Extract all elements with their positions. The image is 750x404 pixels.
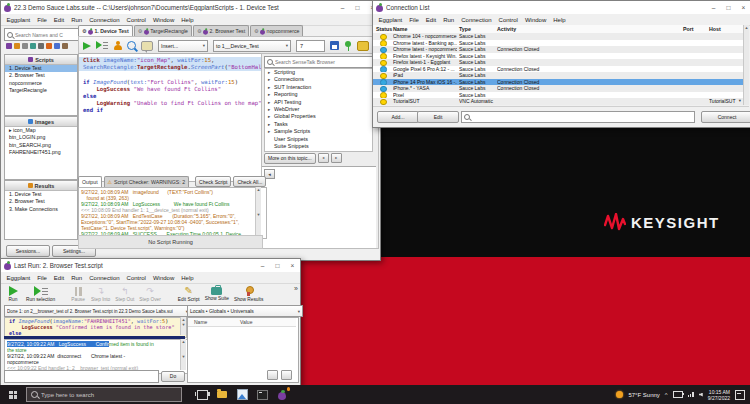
connection-scrollbar[interactable]: ▲ xyxy=(743,25,749,105)
output-log[interactable]: 9/27/22, 10:08:09 AM imagefound (TEXT:"F… xyxy=(78,187,267,239)
run-script-button[interactable] xyxy=(83,42,91,50)
list-item-2-browser-test[interactable]: 2. Browser Test xyxy=(5,72,77,79)
capture-icon[interactable] xyxy=(14,43,20,49)
menu-item-run[interactable]: Run xyxy=(68,17,86,23)
column-header-status[interactable]: Status xyxy=(376,25,392,33)
list-item-2-browser-test[interactable]: 2. Browser Test xyxy=(5,198,77,205)
user-icon[interactable] xyxy=(113,41,122,51)
menu-item-eggplant[interactable]: Eggplant xyxy=(3,17,34,23)
sensetalk-item-global-properties[interactable]: ▸Global Properties xyxy=(265,113,372,120)
prev-topic-button[interactable]: ◂ xyxy=(318,153,329,163)
sensetalk-item-sut-interaction[interactable]: ▸SUT Interaction xyxy=(265,84,372,91)
sensetalk-item-sample-scripts[interactable]: ▸Sample Scripts xyxy=(265,128,372,135)
list-item-1-device-test[interactable]: 1. Device Test xyxy=(5,65,77,72)
chat-icon[interactable] xyxy=(357,41,369,51)
column-header-type[interactable]: Type xyxy=(459,25,471,33)
taskbar-search-box[interactable]: Type here to search xyxy=(26,387,182,402)
terminal-button[interactable] xyxy=(252,385,272,404)
add-connection-button[interactable]: Add... xyxy=(377,111,419,123)
sensetalk-item-tasks[interactable]: ▸Tasks xyxy=(265,121,372,128)
sensetalk-item-connections[interactable]: ▸Connections xyxy=(265,76,372,83)
sensetalk-item-user-snippets[interactable]: User Snippets xyxy=(265,136,372,143)
next-topic-button[interactable]: ▸ xyxy=(331,153,342,163)
minimize-button[interactable]: – xyxy=(706,1,721,14)
main-title-bar[interactable]: 22.3 Demo Sauce Labs.suite -- C:\Users\j… xyxy=(1,1,380,15)
start-button[interactable] xyxy=(0,385,26,404)
minimize-button[interactable]: – xyxy=(255,259,270,272)
column-header-name[interactable]: Name xyxy=(393,25,407,33)
pause-button[interactable]: Pause xyxy=(70,287,86,302)
menu-item-edit[interactable]: Edit xyxy=(50,17,67,23)
menu-item-help[interactable]: Help xyxy=(550,17,569,23)
sensetalk-item-webdriver[interactable]: ▸WebDriver xyxy=(265,106,372,113)
file-explorer-button[interactable] xyxy=(212,385,232,404)
eggplant-taskbar-button[interactable] xyxy=(272,385,292,404)
sidebar-search-input[interactable] xyxy=(15,32,78,38)
column-header-host[interactable]: Host xyxy=(709,25,721,33)
script-scrollbar[interactable]: ▲▼ xyxy=(180,317,186,335)
show-results-button[interactable]: Show Results xyxy=(234,286,263,302)
show-suite-button[interactable]: Show Suite xyxy=(205,287,229,301)
connection-row-tutorialsut[interactable]: TutorialSUTVNC AutomaticTutorialSUT▾ xyxy=(373,98,743,105)
photos-button[interactable] xyxy=(232,385,252,404)
connect-icon[interactable] xyxy=(30,43,36,49)
search-icon[interactable] xyxy=(127,41,136,50)
list-item-1-device-test[interactable]: 1. Device Test xyxy=(5,191,77,198)
more-on-topic-button[interactable]: More on this topic... xyxy=(264,153,316,164)
handler-dropdown[interactable]: to 1__Device_Test▾ xyxy=(213,40,291,52)
save-icon[interactable] xyxy=(330,41,339,50)
menu-item-eggplant[interactable]: Eggplant xyxy=(375,17,406,23)
menu-item-connection[interactable]: Connection xyxy=(86,275,123,281)
run-history-dropdown[interactable]: Done 1: on 2__browser_test of 2. Browser… xyxy=(4,305,191,317)
repeat-count-field[interactable]: 7 xyxy=(296,40,325,52)
menu-item-control[interactable]: Control xyxy=(123,17,149,23)
connect-button[interactable]: Connect xyxy=(701,111,750,123)
maximize-button[interactable]: □ xyxy=(350,1,365,14)
person-icon[interactable] xyxy=(46,43,52,49)
sidebar-search-box[interactable] xyxy=(4,28,81,41)
lastrun-script-view[interactable]: if ImageFound(imageName:"FAHRENHEIT451",… xyxy=(4,317,187,338)
run-button[interactable]: Run xyxy=(5,286,21,302)
variables-scope-dropdown[interactable]: Locals • Globals • Universals▾ xyxy=(187,305,303,317)
menu-item-help[interactable]: Help xyxy=(178,275,197,281)
list-item-btn-search-png[interactable]: btn_SEARCH.png xyxy=(5,142,77,149)
edit-script-button[interactable]: ✎Edit Script xyxy=(178,286,200,302)
menu-item-run[interactable]: Run xyxy=(68,275,86,281)
output-scrollbar[interactable]: ▲▼ xyxy=(255,187,261,235)
connection-title-bar[interactable]: Connection List – □ × xyxy=(373,1,750,15)
code-line[interactable]: LogWarning "Unable to find Ft Collins on… xyxy=(79,100,262,107)
action-center-icon[interactable] xyxy=(735,390,745,400)
weather-text[interactable]: 57°F Sunny xyxy=(628,392,659,398)
list-item-fahrenheit451-png[interactable]: FAHRENHEIT451.png xyxy=(5,149,77,156)
code-line[interactable]: LogSuccess "Confirmed item is found in t… xyxy=(5,325,186,331)
sensetalk-item-api-testing[interactable]: ▸API Testing xyxy=(265,99,372,106)
list-item-targetrectangle[interactable]: TargetRectangle xyxy=(5,87,77,94)
log-scrollbar[interactable]: ▲▼ xyxy=(180,339,186,370)
menu-item-file[interactable]: File xyxy=(34,17,51,23)
tab-nopcommerce[interactable]: ⚙nopcommerce xyxy=(250,25,303,36)
minimize-button[interactable]: – xyxy=(335,1,350,14)
run-selection-button[interactable] xyxy=(96,41,108,50)
sensetalk-item-scripting[interactable]: ▸Scripting xyxy=(265,69,372,76)
code-line[interactable]: Click imageName:"icon_Map", waitFor:15, xyxy=(79,57,262,64)
code-line[interactable]: LogSuccess "We have found Ft Collins" xyxy=(79,86,262,93)
sensetalk-item-reporting[interactable]: ▸Reporting xyxy=(265,91,372,98)
gear-icon[interactable] xyxy=(38,43,44,49)
table-icon[interactable] xyxy=(22,43,28,49)
connection-search-input[interactable] xyxy=(472,114,692,120)
edit-connection-button[interactable]: Edit xyxy=(417,111,459,123)
check-script-button[interactable]: Check Script xyxy=(195,176,231,187)
do-command-input[interactable] xyxy=(4,370,159,383)
sessions-button[interactable]: Sessions... xyxy=(6,245,50,257)
hidden-icons-chevron[interactable]: ^ xyxy=(665,392,668,398)
tab-1-device-test[interactable]: ⚙1. Device Test xyxy=(78,25,133,36)
maximize-button[interactable]: □ xyxy=(270,259,285,272)
close-button[interactable]: × xyxy=(285,259,300,272)
step-over-button[interactable]: ↷Step Over xyxy=(139,286,161,302)
list-item-nopcommerce[interactable]: nopcommerce xyxy=(5,80,77,87)
document-icon[interactable] xyxy=(54,43,60,49)
menu-item-file[interactable]: File xyxy=(406,17,423,23)
menu-item-edit[interactable]: Edit xyxy=(422,17,439,23)
menu-item-control[interactable]: Control xyxy=(123,275,149,281)
tab-output[interactable]: Output xyxy=(78,176,102,187)
